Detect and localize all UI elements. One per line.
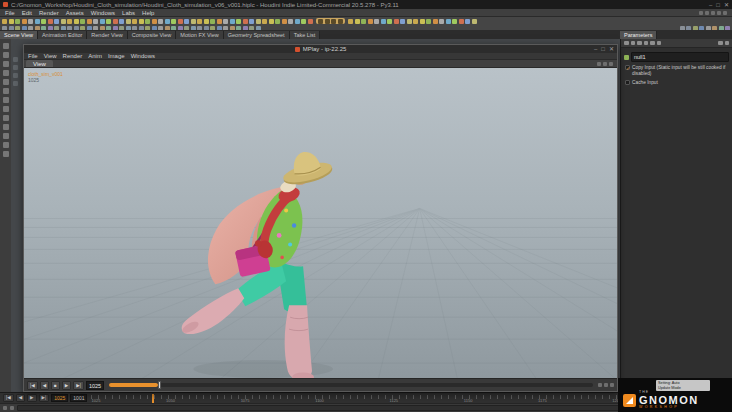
- tool-icon[interactable]: [3, 88, 9, 94]
- close-button[interactable]: ✕: [724, 1, 729, 9]
- shelf-tool-icon[interactable]: [87, 19, 92, 24]
- shelf-tool-icon[interactable]: [262, 19, 267, 24]
- shelf-tool-icon[interactable]: [145, 19, 150, 24]
- shelf-tool-icon[interactable]: [355, 19, 360, 24]
- shelf-tool-icon[interactable]: [236, 19, 241, 24]
- first-frame-button[interactable]: |◀: [3, 394, 14, 402]
- shelf-tool-icon[interactable]: [9, 19, 14, 24]
- shelf-tool-icon[interactable]: [67, 19, 72, 24]
- shelf-tool-icon[interactable]: [74, 19, 79, 24]
- pin-icon[interactable]: [718, 41, 723, 46]
- pane-tab-motion-fx-view[interactable]: Motion FX View: [176, 31, 223, 39]
- shelf-tool-icon[interactable]: [113, 19, 118, 24]
- mplay-close-button[interactable]: ✕: [609, 45, 614, 53]
- menu-render[interactable]: Render: [39, 10, 59, 16]
- shelf-tool-icon[interactable]: [368, 19, 373, 24]
- cache-input-checkbox[interactable]: [625, 80, 630, 85]
- shelf-tool-icon[interactable]: [269, 19, 274, 24]
- shelf-tool-icon[interactable]: [374, 19, 379, 24]
- shelf-tool-icon[interactable]: [308, 19, 313, 24]
- shelf-tool-icon[interactable]: [301, 19, 306, 24]
- step-back-button[interactable]: ◀: [16, 394, 25, 402]
- mplay-loop-icon[interactable]: [598, 383, 602, 387]
- toolbar-icon[interactable]: [717, 11, 721, 15]
- shelf-tool-icon[interactable]: [288, 19, 293, 24]
- shelf-group-icon[interactable]: [318, 19, 323, 24]
- shelf-tool-icon[interactable]: [165, 19, 170, 24]
- shelf-tool-icon[interactable]: [230, 19, 235, 24]
- node-name-field[interactable]: null1: [631, 52, 729, 62]
- panel-header-icon[interactable]: [644, 41, 649, 46]
- shelf-tool-icon[interactable]: [348, 19, 353, 24]
- pane-tab-parameters[interactable]: Parameters: [620, 31, 657, 39]
- mplay-viewport[interactable]: cloth_sim_v001 1025: [24, 68, 617, 378]
- shelf-tool-icon[interactable]: [119, 19, 124, 24]
- tool-icon[interactable]: [3, 79, 9, 85]
- shelf-tool-icon[interactable]: [465, 19, 470, 24]
- shelf-tool-icon[interactable]: [61, 19, 66, 24]
- shelf-tool-icon[interactable]: [282, 19, 287, 24]
- shelf-tool-icon[interactable]: [126, 19, 131, 24]
- menu-help[interactable]: Help: [142, 10, 154, 16]
- toolbar-icon[interactable]: [705, 11, 709, 15]
- menu-assets[interactable]: Assets: [66, 10, 84, 16]
- shelf-tool-icon[interactable]: [217, 19, 222, 24]
- shelf-tool-icon[interactable]: [472, 19, 477, 24]
- mplay-menu-anim[interactable]: Anim: [88, 53, 102, 59]
- shelf-tool-icon[interactable]: [361, 19, 366, 24]
- shelf-tool-icon[interactable]: [243, 19, 248, 24]
- mplay-menu-view[interactable]: View: [44, 53, 57, 59]
- tool-icon[interactable]: [3, 151, 9, 157]
- shelf-tool-icon[interactable]: [171, 19, 176, 24]
- panel-header-icon[interactable]: [650, 41, 655, 46]
- viewport-tool-icon[interactable]: [13, 73, 18, 78]
- shelf-tool-icon[interactable]: [452, 19, 457, 24]
- menu-labs[interactable]: Labs: [122, 10, 135, 16]
- shelf-group-icon[interactable]: [338, 19, 343, 24]
- shelf-tool-icon[interactable]: [2, 19, 7, 24]
- timeline[interactable]: 10251050 10751100 11251150 11751200 1225: [91, 394, 695, 403]
- viewport-tool-icon[interactable]: [13, 57, 18, 62]
- mplay-options-icon[interactable]: [610, 383, 614, 387]
- shelf-tool-icon[interactable]: [275, 19, 280, 24]
- mplay-view-tab[interactable]: View: [26, 60, 53, 67]
- shelf-group-icon[interactable]: [331, 19, 336, 24]
- shelf-tool-icon[interactable]: [100, 19, 105, 24]
- shelf-tool-icon[interactable]: [433, 19, 438, 24]
- shelf-tool-icon[interactable]: [80, 19, 85, 24]
- viewport-tool-icon[interactable]: [13, 65, 18, 70]
- tool-icon[interactable]: [3, 133, 9, 139]
- tool-icon[interactable]: [3, 52, 9, 58]
- mplay-tab-icon[interactable]: [603, 62, 607, 66]
- panel-header-icon[interactable]: [637, 41, 642, 46]
- shelf-tool-icon[interactable]: [439, 19, 444, 24]
- tool-icon[interactable]: [3, 97, 9, 103]
- tool-icon[interactable]: [3, 43, 9, 49]
- pane-tab-scene-view[interactable]: Scene View: [0, 31, 38, 39]
- panel-header-icon[interactable]: [657, 41, 662, 46]
- shelf-tool-icon[interactable]: [48, 19, 53, 24]
- shelf-tool-icon[interactable]: [35, 19, 40, 24]
- minimize-button[interactable]: –: [709, 1, 712, 9]
- shelf-group-icon[interactable]: [325, 19, 330, 24]
- mplay-first-frame-button[interactable]: |◀: [27, 381, 38, 390]
- shelf-tool-icon[interactable]: [184, 19, 189, 24]
- tool-icon[interactable]: [3, 70, 9, 76]
- toolbar-icon[interactable]: [699, 11, 703, 15]
- tool-icon[interactable]: [3, 106, 9, 112]
- shelf-tool-icon[interactable]: [407, 19, 412, 24]
- shelf-tool-icon[interactable]: [446, 19, 451, 24]
- shelf-tool-icon[interactable]: [249, 19, 254, 24]
- shelf-tool-icon[interactable]: [256, 19, 261, 24]
- status-icon[interactable]: [10, 406, 14, 410]
- mplay-step-back-button[interactable]: ◀: [40, 381, 49, 390]
- shelf-tool-icon[interactable]: [178, 19, 183, 24]
- pane-tab-composite-view[interactable]: Composite View: [128, 31, 177, 39]
- menu-file[interactable]: File: [5, 10, 15, 16]
- shelf-tool-icon[interactable]: [158, 19, 163, 24]
- pane-tab-render-view[interactable]: Render View: [87, 31, 127, 39]
- shelf-tool-icon[interactable]: [295, 19, 300, 24]
- shelf-tool-icon[interactable]: [413, 19, 418, 24]
- shelf-tool-icon[interactable]: [387, 19, 392, 24]
- shelf-tool-icon[interactable]: [197, 19, 202, 24]
